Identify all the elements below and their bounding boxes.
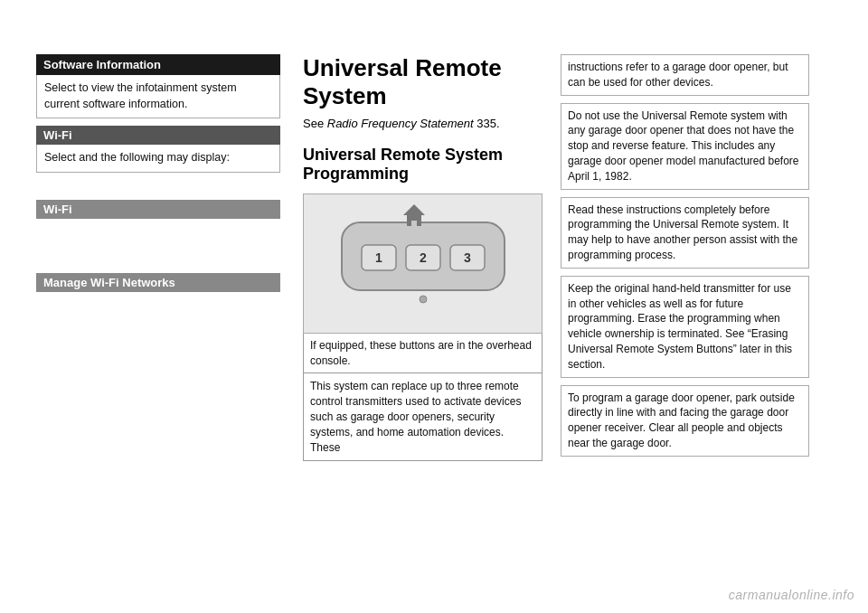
- svg-marker-1: [403, 204, 425, 215]
- remote-caption: If equipped, these buttons are in the ov…: [303, 334, 542, 374]
- wifi-separator: Wi-Fi: [36, 200, 280, 219]
- svg-rect-3: [411, 221, 417, 226]
- universal-remote-title: Universal Remote System: [303, 54, 542, 110]
- right-block-5: To program a garage door opener, park ou…: [561, 385, 809, 457]
- content-area: Software Information Select to view the …: [0, 0, 868, 613]
- remote-image: 1 2 3: [303, 193, 542, 334]
- right-block-2: Do not use the Universal Remote system w…: [561, 103, 809, 190]
- wifi-header: Wi-Fi: [36, 126, 280, 145]
- middle-column: Universal Remote System See Radio Freque…: [294, 54, 552, 577]
- see-radio-frequency: See Radio Frequency Statement 335.: [303, 116, 542, 132]
- remote-info: This system can replace up to three remo…: [303, 373, 542, 461]
- programming-subtitle: Universal Remote System Programming: [303, 146, 542, 184]
- wifi-body: Select and the following may display:: [36, 145, 280, 173]
- right-block-1: instructions refer to a garage door open…: [561, 54, 809, 96]
- right-column: instructions refer to a garage door open…: [552, 54, 809, 577]
- software-information-header: Software Information: [36, 54, 280, 75]
- page-container: Software Information Select to view the …: [0, 0, 868, 613]
- watermark: carmanualonline.info: [729, 588, 854, 602]
- right-block-3: Read these instructions completely befor…: [561, 197, 809, 269]
- svg-point-10: [420, 296, 427, 303]
- svg-text:2: 2: [420, 250, 427, 265]
- software-information-body: Select to view the infotainment system c…: [36, 75, 280, 118]
- manage-wifi-networks[interactable]: Manage Wi-Fi Networks: [36, 273, 280, 292]
- right-block-4: Keep the original hand-held transmitter …: [561, 276, 809, 378]
- svg-text:1: 1: [375, 250, 382, 265]
- left-column: Software Information Select to view the …: [36, 54, 294, 577]
- remote-svg: 1 2 3: [324, 204, 523, 322]
- svg-text:3: 3: [464, 250, 471, 265]
